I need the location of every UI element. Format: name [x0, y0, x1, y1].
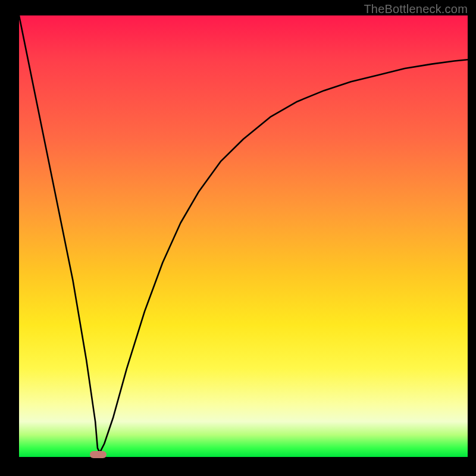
minimum-marker — [90, 451, 107, 458]
bottleneck-curve — [19, 15, 468, 457]
chart-frame: TheBottleneck.com — [0, 0, 476, 476]
watermark-text: TheBottleneck.com — [364, 2, 468, 16]
chart-plot-area — [19, 15, 468, 457]
